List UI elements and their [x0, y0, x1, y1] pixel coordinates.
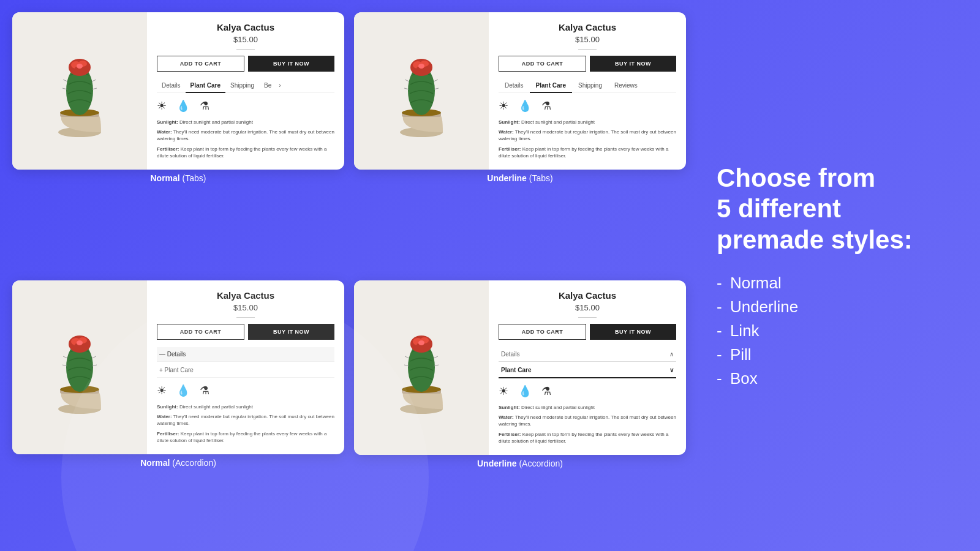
cactus-illustration-2 — [372, 42, 470, 140]
product-title-4: Kalya Cactus — [499, 290, 676, 301]
styles-list: - Normal - Underline - Link - Pill - Box — [717, 274, 949, 388]
water-icon-4: 💧 — [518, 384, 532, 398]
card-label-1: Normal (Tabs) — [12, 173, 344, 183]
icons-row-1: ☀ 💧 ⚗ — [157, 99, 334, 113]
product-title-3: Kalya Cactus — [157, 290, 334, 301]
fertiliser-icon-2: ⚗ — [541, 99, 551, 113]
tab-shipping-2[interactable]: Shipping — [572, 79, 608, 92]
dash-underline: - — [717, 298, 722, 316]
accordion-details-label-4: Details — [501, 351, 520, 358]
button-row-4: ADD TO CART BUY IT NOW — [499, 324, 676, 340]
card-underline-tabs-wrapper: Kalya Cactus $15.00 ADD TO CART BUY IT N… — [354, 12, 686, 271]
accordion-details-header-3[interactable]: — Details — [157, 347, 334, 361]
care-fertiliser-1: Fertiliser: Keep plant in top form by fe… — [157, 146, 334, 159]
care-water-2: Water: They'll need moderate but regular… — [499, 129, 676, 142]
card-content-4: Kalya Cactus $15.00 ADD TO CART BUY IT N… — [489, 280, 686, 455]
buy-it-now-button-2[interactable]: BUY IT NOW — [590, 56, 676, 72]
tab-plantcare-2[interactable]: Plant Care — [530, 79, 572, 93]
tab-more-1[interactable]: › — [276, 79, 283, 92]
card-content-3: Kalya Cactus $15.00 ADD TO CART BUY IT N… — [147, 280, 344, 454]
accordion-details-label-3: — Details — [159, 351, 186, 358]
style-item-box: - Box — [717, 369, 949, 388]
accordion-plantcare-label-3: + Plant Care — [159, 367, 194, 373]
choose-title-line2: 5 different — [717, 194, 841, 223]
card-label-rest-2: (Tabs) — [527, 173, 553, 183]
accordion-plantcare-header-4[interactable]: Plant Care ∨ — [499, 363, 676, 378]
sun-icon-2: ☀ — [499, 99, 508, 113]
accordion-details-3: — Details — [157, 347, 334, 362]
accordion-details-header-4[interactable]: Details ∧ — [499, 347, 676, 362]
cactus-illustration-4 — [372, 318, 470, 416]
choose-title: Choose from 5 different premade styles: — [717, 163, 949, 255]
right-panel: Choose from 5 different premade styles: … — [698, 12, 968, 539]
card-label-strong-2: Underline — [487, 173, 527, 183]
product-price-3: $15.00 — [157, 303, 334, 312]
accordion-plantcare-header-3[interactable]: + Plant Care — [157, 363, 334, 377]
price-divider-3 — [236, 317, 255, 318]
tabs-normal-1: Details Plant Care Shipping Be › — [157, 79, 334, 93]
tab-details-1[interactable]: Details — [157, 79, 186, 92]
tab-plantcare-1[interactable]: Plant Care — [186, 79, 225, 93]
buy-it-now-button-4[interactable]: BUY IT NOW — [590, 324, 676, 340]
water-icon-3: 💧 — [176, 384, 190, 397]
page-layout: Kalya Cactus $15.00 ADD TO CART BUY IT N… — [0, 0, 980, 551]
add-to-cart-button-3[interactable]: ADD TO CART — [157, 324, 244, 340]
dash-normal: - — [717, 274, 722, 292]
sun-icon-3: ☀ — [157, 384, 167, 397]
care-sunlight-2: Sunlight: Direct sunlight and partial su… — [499, 119, 676, 126]
card-normal-accordion: Kalya Cactus $15.00 ADD TO CART BUY IT N… — [12, 280, 344, 454]
care-fertiliser-2: Fertiliser: Keep plant in top form by fe… — [499, 146, 676, 159]
tab-details-2[interactable]: Details — [499, 79, 530, 92]
svg-line-17 — [405, 80, 409, 81]
card-underline-tabs: Kalya Cactus $15.00 ADD TO CART BUY IT N… — [354, 12, 686, 170]
dash-pill: - — [717, 345, 722, 364]
svg-line-43 — [405, 356, 409, 358]
svg-line-30 — [63, 356, 67, 358]
svg-point-51 — [418, 340, 424, 345]
cactus-illustration-1 — [31, 42, 129, 140]
accordion-plantcare-label-4: Plant Care — [501, 367, 531, 373]
icons-row-4: ☀ 💧 ⚗ — [499, 384, 676, 398]
accordion-details-arrow-4: ∧ — [669, 351, 674, 358]
icons-row-3: ☀ 💧 ⚗ — [157, 384, 334, 397]
dash-box: - — [717, 369, 722, 388]
style-label-box: Box — [730, 369, 758, 388]
water-icon-2: 💧 — [518, 99, 532, 113]
tab-be-1[interactable]: Be — [259, 79, 276, 92]
svg-line-19 — [434, 80, 438, 81]
choose-title-line3: premade styles: — [717, 225, 913, 254]
accordion-plantcare-3: + Plant Care — [157, 363, 334, 378]
card-underline-accordion-wrapper: Kalya Cactus $15.00 ADD TO CART BUY IT N… — [354, 280, 686, 539]
card-image-2 — [354, 12, 489, 170]
svg-point-25 — [418, 64, 424, 69]
tab-reviews-2[interactable]: Reviews — [608, 79, 644, 92]
style-item-normal: - Normal — [717, 274, 949, 293]
add-to-cart-button-1[interactable]: ADD TO CART — [157, 56, 244, 72]
care-fertiliser-3: Fertiliser: Keep plant in top form by fe… — [157, 430, 334, 444]
add-to-cart-button-2[interactable]: ADD TO CART — [499, 56, 586, 72]
card-label-rest-3: (Accordion) — [170, 458, 216, 468]
button-row-1: ADD TO CART BUY IT NOW — [157, 56, 334, 72]
card-content-2: Kalya Cactus $15.00 ADD TO CART BUY IT N… — [489, 12, 686, 170]
fertiliser-icon-3: ⚗ — [200, 384, 209, 397]
svg-point-12 — [77, 64, 83, 69]
buy-it-now-button-3[interactable]: BUY IT NOW — [248, 324, 334, 340]
add-to-cart-button-4[interactable]: ADD TO CART — [499, 324, 586, 340]
sun-icon-1: ☀ — [157, 99, 167, 113]
fertiliser-icon-4: ⚗ — [541, 384, 551, 398]
tab-shipping-1[interactable]: Shipping — [225, 79, 259, 92]
buy-it-now-button-1[interactable]: BUY IT NOW — [248, 56, 334, 72]
card-label-strong-1: Normal — [150, 173, 179, 183]
button-row-2: ADD TO CART BUY IT NOW — [499, 56, 676, 72]
icons-row-2: ☀ 💧 ⚗ — [499, 99, 676, 113]
card-label-strong-3: Normal — [140, 458, 170, 468]
card-normal-tabs: Kalya Cactus $15.00 ADD TO CART BUY IT N… — [12, 12, 344, 170]
care-fertiliser-4: Fertiliser: Keep plant in top form by fe… — [499, 431, 676, 444]
card-image-4 — [354, 280, 489, 455]
style-label-pill: Pill — [730, 345, 752, 364]
sun-icon-4: ☀ — [499, 384, 508, 398]
card-label-3: Normal (Accordion) — [12, 458, 344, 468]
card-underline-accordion: Kalya Cactus $15.00 ADD TO CART BUY IT N… — [354, 280, 686, 455]
care-water-1: Water: They'll need moderate but regular… — [157, 129, 334, 142]
product-price-1: $15.00 — [157, 35, 334, 44]
